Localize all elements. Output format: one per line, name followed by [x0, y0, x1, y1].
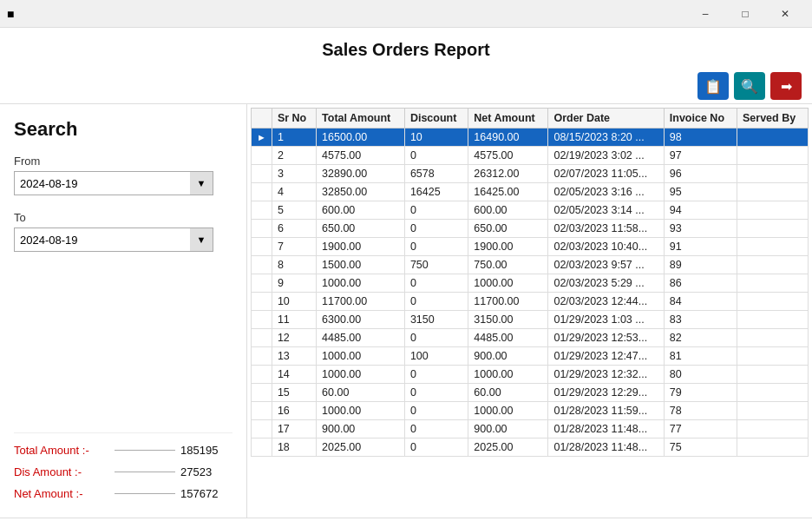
cell-served-by	[737, 256, 809, 274]
cell-net-amount: 4485.00	[468, 329, 548, 347]
cell-sr-no: 7	[272, 238, 316, 256]
cell-order-date: 02/03/2023 11:58...	[548, 220, 664, 238]
table-row[interactable]: 11 6300.00 3150 3150.00 01/29/2023 1:03 …	[252, 311, 809, 329]
row-indicator	[252, 165, 272, 183]
row-indicator	[252, 147, 272, 165]
cell-discount: 0	[404, 147, 468, 165]
table-row[interactable]: 3 32890.00 6578 26312.00 02/07/2023 11:0…	[252, 165, 809, 183]
cell-served-by	[737, 402, 809, 420]
table-row[interactable]: 13 1000.00 100 900.00 01/29/2023 12:47..…	[252, 347, 809, 366]
col-discount: Discount	[404, 109, 468, 129]
row-indicator	[252, 201, 272, 220]
cell-discount: 0	[404, 402, 468, 420]
cell-sr-no: 9	[272, 274, 316, 293]
row-indicator	[252, 402, 272, 420]
cell-order-date: 01/29/2023 12:32...	[548, 366, 664, 384]
row-indicator	[252, 238, 272, 256]
table-row[interactable]: 8 1500.00 750 750.00 02/03/2023 9:57 ...…	[252, 256, 809, 274]
row-indicator	[252, 293, 272, 311]
to-date-input[interactable]	[15, 232, 190, 248]
table-row[interactable]: 9 1000.00 0 1000.00 02/03/2023 5:29 ... …	[252, 274, 809, 293]
cell-discount: 16425	[404, 183, 468, 201]
cell-served-by	[737, 201, 809, 220]
row-indicator	[252, 384, 272, 402]
cell-discount: 6578	[404, 165, 468, 183]
cell-net-amount: 11700.00	[468, 293, 548, 311]
cell-invoice-no: 75	[664, 439, 737, 457]
cell-net-amount: 26312.00	[468, 165, 548, 183]
to-label: To	[14, 211, 232, 224]
cell-net-amount: 1900.00	[468, 238, 548, 256]
close-button[interactable]: ✕	[765, 0, 805, 28]
cell-total-amount: 32850.00	[317, 183, 405, 201]
cell-sr-no: 5	[272, 201, 316, 220]
cell-total-amount: 11700.00	[317, 293, 405, 311]
document-icon: 📋	[704, 78, 722, 95]
cell-order-date: 01/28/2023 11:48...	[548, 439, 664, 457]
search-button[interactable]: 🔍	[734, 72, 765, 100]
minimize-button[interactable]: –	[685, 0, 725, 28]
app-title: Sales Orders Report	[0, 28, 812, 69]
cell-order-date: 02/03/2023 5:29 ...	[548, 274, 664, 293]
table-row[interactable]: 2 4575.00 0 4575.00 02/19/2023 3:02 ... …	[252, 147, 809, 165]
total-amount-value: 185195	[180, 444, 232, 457]
cell-order-date: 02/03/2023 9:57 ...	[548, 256, 664, 274]
table-row[interactable]: 15 60.00 0 60.00 01/29/2023 12:29... 79	[252, 384, 809, 402]
cell-served-by	[737, 347, 809, 366]
col-invoice-no: Invoice No	[664, 109, 737, 129]
cell-sr-no: 15	[272, 384, 316, 402]
main-layout: Search From ▼ To ▼ Total Amount :- 18519…	[0, 104, 812, 518]
table-row[interactable]: 5 600.00 0 600.00 02/05/2023 3:14 ... 94	[252, 201, 809, 220]
cell-total-amount: 4575.00	[317, 147, 405, 165]
cell-net-amount: 60.00	[468, 384, 548, 402]
table-row[interactable]: 4 32850.00 16425 16425.00 02/05/2023 3:1…	[252, 183, 809, 201]
cell-net-amount: 900.00	[468, 420, 548, 439]
table-row[interactable]: 6 650.00 0 650.00 02/03/2023 11:58... 93	[252, 220, 809, 238]
left-panel: Search From ▼ To ▼ Total Amount :- 18519…	[0, 104, 247, 518]
row-indicator	[252, 347, 272, 366]
cell-served-by	[737, 439, 809, 457]
table-header-row: Sr No Total Amount Discount Net Amount O…	[252, 109, 809, 129]
cell-total-amount: 900.00	[317, 420, 405, 439]
table-row[interactable]: 14 1000.00 0 1000.00 01/29/2023 12:32...…	[252, 366, 809, 384]
cell-invoice-no: 80	[664, 366, 737, 384]
dis-amount-row: Dis Amount :- 27523	[14, 465, 232, 478]
cell-discount: 10	[404, 129, 468, 147]
from-label: From	[14, 155, 232, 168]
cell-invoice-no: 98	[664, 129, 737, 147]
table-row[interactable]: 16 1000.00 0 1000.00 01/28/2023 11:59...…	[252, 402, 809, 420]
document-button[interactable]: 📋	[697, 72, 729, 100]
cell-net-amount: 16425.00	[468, 183, 548, 201]
cell-total-amount: 650.00	[317, 220, 405, 238]
row-indicator	[252, 329, 272, 347]
title-bar-left: ■	[7, 7, 14, 21]
cell-invoice-no: 81	[664, 347, 737, 366]
cell-discount: 750	[404, 256, 468, 274]
cell-discount: 0	[404, 366, 468, 384]
exit-button[interactable]: ➡	[770, 72, 802, 100]
cell-total-amount: 1500.00	[317, 256, 405, 274]
cell-total-amount: 1000.00	[317, 347, 405, 366]
row-indicator	[252, 311, 272, 329]
dis-amount-line	[115, 472, 175, 472]
cell-total-amount: 60.00	[317, 384, 405, 402]
to-date-picker-button[interactable]: ▼	[190, 228, 213, 251]
table-row[interactable]: 17 900.00 0 900.00 01/28/2023 11:48... 7…	[252, 420, 809, 439]
from-date-input[interactable]	[15, 175, 190, 192]
maximize-button[interactable]: □	[725, 0, 765, 28]
from-date-picker-button[interactable]: ▼	[190, 172, 213, 195]
cell-sr-no: 16	[272, 402, 316, 420]
row-indicator	[252, 256, 272, 274]
table-row[interactable]: 10 11700.00 0 11700.00 02/03/2023 12:44.…	[252, 293, 809, 311]
cell-total-amount: 16500.00	[317, 129, 405, 147]
bottom-panel	[0, 518, 812, 521]
table-row[interactable]: 12 4485.00 0 4485.00 01/29/2023 12:53...…	[252, 329, 809, 347]
cell-order-date: 02/03/2023 10:40...	[548, 238, 664, 256]
row-indicator	[252, 274, 272, 293]
table-row[interactable]: ► 1 16500.00 10 16490.00 08/15/2023 8:20…	[252, 129, 809, 147]
cell-net-amount: 3150.00	[468, 311, 548, 329]
from-date-wrapper: ▼	[14, 171, 213, 195]
total-amount-label: Total Amount :-	[14, 444, 109, 457]
table-row[interactable]: 18 2025.00 0 2025.00 01/28/2023 11:48...…	[252, 439, 809, 457]
table-row[interactable]: 7 1900.00 0 1900.00 02/03/2023 10:40... …	[252, 238, 809, 256]
